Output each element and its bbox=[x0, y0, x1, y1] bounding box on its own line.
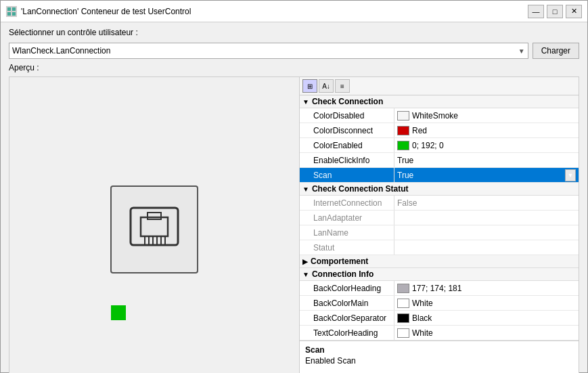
green-status-indicator bbox=[111, 305, 126, 320]
sort-categorized-button[interactable]: ⊞ bbox=[302, 79, 317, 93]
prop-row-backcolorheading[interactable]: BackColorHeading177; 174; 181 bbox=[300, 281, 579, 296]
prop-value: True bbox=[394, 153, 579, 167]
prop-value: 177; 174; 181 bbox=[394, 281, 579, 295]
section-toggle-icon: ▼ bbox=[302, 185, 309, 193]
titlebar-left: 'LanConnection' Conteneur de test UserCo… bbox=[6, 6, 191, 17]
prop-row-enableclickinfo[interactable]: EnableClickInfoTrue bbox=[300, 153, 579, 168]
prop-value: 0; 192; 0 bbox=[394, 138, 579, 152]
lan-icon-box bbox=[110, 185, 198, 273]
section-toggle-icon: ▶ bbox=[302, 258, 308, 265]
prop-row-lanname[interactable]: LanName bbox=[300, 225, 579, 240]
prop-row-statut[interactable]: Statut bbox=[300, 240, 579, 255]
maximize-button[interactable]: □ bbox=[547, 5, 563, 18]
prop-name: BackColorMain bbox=[300, 296, 394, 310]
categorize-icon: ⊞ bbox=[307, 83, 313, 90]
prop-row-backcolormain[interactable]: BackColorMainWhite bbox=[300, 296, 579, 311]
prop-name: InternetConnection bbox=[300, 196, 394, 210]
prop-value-text: True bbox=[397, 171, 413, 180]
prop-value: White bbox=[394, 296, 579, 310]
section-label: Check Connection Statut bbox=[312, 184, 409, 194]
prop-value-text: WhiteSmoke bbox=[412, 111, 458, 120]
select-label: Sélectionner un contrôle utilisateur : bbox=[9, 28, 579, 37]
svg-rect-0 bbox=[7, 7, 11, 11]
description-text: Enabled Scan bbox=[305, 356, 573, 366]
prop-row-textcolorheading[interactable]: TextColorHeadingWhite bbox=[300, 326, 579, 341]
prop-value-text: False bbox=[397, 198, 417, 208]
titlebar: 'LanConnection' Conteneur de test UserCo… bbox=[1, 1, 587, 22]
sort-az-button[interactable]: A↓ bbox=[319, 79, 334, 93]
svg-rect-1 bbox=[12, 7, 16, 11]
prop-name: ColorEnabled bbox=[300, 138, 394, 152]
charger-button[interactable]: Charger bbox=[533, 43, 579, 59]
pages-icon: ≡ bbox=[340, 83, 344, 90]
prop-value-text: True bbox=[397, 156, 413, 165]
props-toolbar: ⊞ A↓ ≡ bbox=[300, 77, 579, 95]
prop-name: EnableClickInfo bbox=[300, 153, 394, 167]
properties-panel: ⊞ A↓ ≡ ▼Check ConnectionColorDisabledWhi… bbox=[300, 76, 579, 373]
svg-rect-12 bbox=[148, 213, 161, 219]
section-label: Comportement bbox=[311, 257, 368, 266]
prop-value-text: 0; 192; 0 bbox=[412, 141, 444, 150]
prop-name: ColorDisabled bbox=[300, 108, 394, 123]
minimize-button[interactable]: — bbox=[528, 5, 544, 18]
prop-name: BackColorSeparator bbox=[300, 311, 394, 325]
prop-row-colordisconnect[interactable]: ColorDisconnectRed bbox=[300, 123, 579, 138]
prop-value bbox=[394, 225, 579, 240]
control-select-row: WlanCheck.LanConnection ▼ Charger bbox=[9, 43, 579, 59]
prop-value: True▼ bbox=[394, 168, 579, 182]
color-swatch bbox=[397, 126, 409, 135]
section-label: Connection Info bbox=[312, 269, 374, 279]
prop-name: TextColorHeading bbox=[300, 326, 394, 340]
prop-value-text: White bbox=[412, 328, 433, 338]
app-icon bbox=[6, 6, 17, 17]
description-panel: Scan Enabled Scan bbox=[300, 341, 579, 373]
color-swatch bbox=[397, 299, 409, 308]
prop-row-scan[interactable]: ScanTrue▼ bbox=[300, 168, 579, 183]
prop-value-dropdown[interactable]: ▼ bbox=[565, 169, 576, 181]
section-toggle-icon: ▼ bbox=[302, 98, 309, 106]
section-header-check-connection[interactable]: ▼Check Connection bbox=[300, 95, 579, 108]
prop-name: LanName bbox=[300, 225, 394, 240]
color-swatch bbox=[397, 284, 409, 293]
dropdown-arrow-icon: ▼ bbox=[518, 47, 525, 55]
color-swatch bbox=[397, 313, 409, 323]
prop-value bbox=[394, 240, 579, 255]
close-button[interactable]: ✕ bbox=[566, 5, 582, 18]
section-label: Check Connection bbox=[312, 97, 383, 106]
apercu-label: Aperçu : bbox=[9, 63, 579, 72]
color-swatch bbox=[397, 111, 409, 120]
prop-row-colorenabled[interactable]: ColorEnabled0; 192; 0 bbox=[300, 138, 579, 153]
prop-value-text: 177; 174; 181 bbox=[412, 284, 461, 293]
section-header-check-connection-statut[interactable]: ▼Check Connection Statut bbox=[300, 183, 579, 196]
section-header-comportement[interactable]: ▶Comportement bbox=[300, 255, 579, 268]
svg-rect-2 bbox=[7, 12, 11, 16]
user-control-dropdown[interactable]: WlanCheck.LanConnection ▼ bbox=[9, 43, 528, 59]
prop-name: Statut bbox=[300, 240, 394, 255]
main-content: Sélectionner un contrôle utilisateur : W… bbox=[1, 22, 587, 373]
prop-value: WhiteSmoke bbox=[394, 108, 579, 123]
prop-value: False bbox=[394, 196, 579, 210]
prop-value: Black bbox=[394, 311, 579, 325]
sort-az-icon: A↓ bbox=[322, 83, 330, 90]
prop-value-text: White bbox=[412, 299, 433, 308]
main-window: 'LanConnection' Conteneur de test UserCo… bbox=[0, 0, 588, 373]
prop-row-backcolorseparator[interactable]: BackColorSeparatorBlack bbox=[300, 311, 579, 326]
preview-panel bbox=[9, 76, 300, 373]
pages-button[interactable]: ≡ bbox=[335, 79, 350, 93]
prop-row-lanadaptater[interactable]: LanAdaptater bbox=[300, 211, 579, 225]
prop-row-internetconnection[interactable]: InternetConnectionFalse bbox=[300, 196, 579, 211]
lan-port-icon bbox=[124, 202, 185, 257]
prop-value bbox=[394, 211, 579, 225]
svg-rect-5 bbox=[141, 217, 168, 236]
window-title: 'LanConnection' Conteneur de test UserCo… bbox=[21, 7, 191, 16]
prop-value-text: Black bbox=[412, 313, 432, 323]
prop-row-colordisabled[interactable]: ColorDisabledWhiteSmoke bbox=[300, 108, 579, 123]
svg-rect-3 bbox=[12, 12, 16, 16]
section-header-connection-info[interactable]: ▼Connection Info bbox=[300, 268, 579, 281]
main-area: ⊞ A↓ ≡ ▼Check ConnectionColorDisabledWhi… bbox=[9, 76, 579, 373]
props-grid[interactable]: ▼Check ConnectionColorDisabledWhiteSmoke… bbox=[300, 95, 579, 341]
prop-value: Red bbox=[394, 123, 579, 137]
color-swatch bbox=[397, 328, 409, 338]
section-toggle-icon: ▼ bbox=[302, 271, 309, 278]
prop-name: BackColorHeading bbox=[300, 281, 394, 295]
